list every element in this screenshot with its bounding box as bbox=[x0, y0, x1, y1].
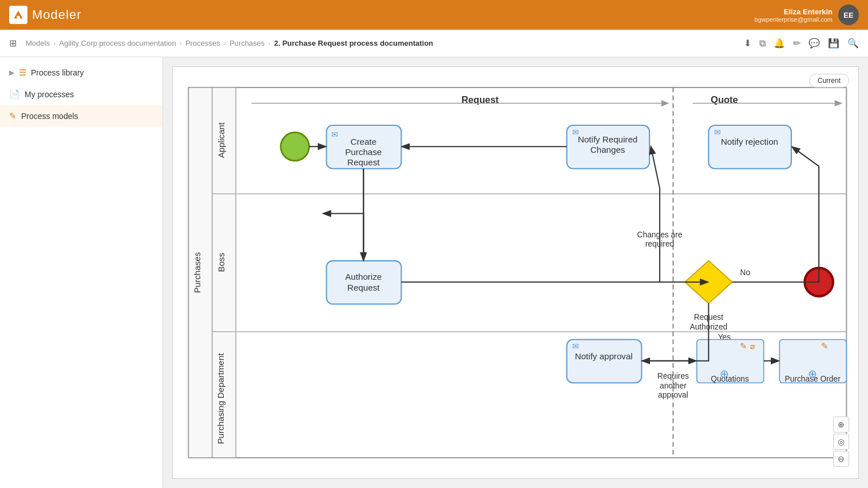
breadcrumb-sep-2: › bbox=[180, 39, 182, 47]
create-purchase-label: Create bbox=[351, 137, 376, 146]
process-models-label: Process models bbox=[21, 112, 78, 121]
svg-text:✉: ✉ bbox=[714, 128, 721, 137]
action-copy-icon[interactable]: ⧉ bbox=[759, 38, 766, 49]
canvas-area: Current Purchases bbox=[163, 57, 868, 488]
sidebar-item-process-models[interactable]: ✎ Process models bbox=[0, 105, 162, 127]
process-library-label: Process library bbox=[31, 68, 84, 77]
zoom-in-button[interactable]: ⊕ bbox=[833, 416, 849, 433]
process-models-icon: ✎ bbox=[9, 111, 17, 121]
action-edit-icon[interactable]: ✏ bbox=[793, 38, 800, 49]
logo-icon bbox=[9, 6, 27, 24]
gateway-no-label: No bbox=[740, 268, 750, 277]
svg-text:✉: ✉ bbox=[572, 128, 579, 137]
breadcrumb-models[interactable]: Models bbox=[26, 39, 50, 47]
breadcrumb: Models › Agility Corp process documentat… bbox=[26, 39, 744, 47]
breadcrumb-sep-4: › bbox=[268, 39, 271, 47]
breadcrumb-actions: ⬇ ⧉ 🔔 ✏ 💬 💾 🔍 bbox=[744, 38, 859, 49]
breadcrumb-sep-3: › bbox=[224, 39, 226, 47]
notify-approval-label1: Notify approval bbox=[575, 351, 633, 361]
top-header: Modeler Eliza Enterkin bgwpenterprise@gm… bbox=[0, 0, 868, 30]
requires-approval-label1: Requires bbox=[657, 372, 689, 380]
sidebar-item-process-library[interactable]: ▶ ☰ Process library bbox=[0, 62, 162, 84]
zoom-out-button[interactable]: ⊖ bbox=[833, 451, 849, 467]
lane-purchasing-label: Purchasing Department bbox=[216, 353, 226, 445]
start-event[interactable] bbox=[281, 132, 310, 161]
process-library-icon: ☰ bbox=[19, 68, 26, 78]
requires-approval-label2: another bbox=[660, 382, 687, 390]
action-download-icon[interactable]: ⬇ bbox=[744, 38, 751, 49]
create-purchase-label2: Purchase bbox=[345, 147, 382, 157]
expand-arrow-icon: ▶ bbox=[9, 69, 14, 77]
breadcrumb-sep-1: › bbox=[53, 39, 56, 47]
my-processes-icon: 📄 bbox=[9, 89, 20, 100]
breadcrumb-purchases[interactable]: Purchases bbox=[229, 39, 264, 47]
breadcrumb-processes[interactable]: Processes bbox=[185, 39, 220, 47]
authorize-label1: Authorize bbox=[345, 272, 382, 281]
svg-marker-10 bbox=[835, 100, 843, 106]
pool-label: Purchases bbox=[192, 252, 202, 293]
authorize-label2: Request bbox=[347, 283, 380, 292]
requires-approval-label3: approval bbox=[658, 391, 688, 399]
svg-marker-9 bbox=[661, 100, 669, 106]
user-email: bgwpenterprise@gmail.com bbox=[754, 16, 833, 23]
notify-rejection-task[interactable] bbox=[708, 125, 791, 169]
sidebar: ▶ ☰ Process library 📄 My processes ✎ Pro… bbox=[0, 57, 163, 488]
quotations-label: Quotations bbox=[711, 375, 749, 383]
notify-rejection-label1: Notify rejection bbox=[721, 137, 778, 146]
svg-text:✎: ✎ bbox=[740, 341, 747, 351]
svg-text:⊕: ⊕ bbox=[808, 368, 817, 380]
svg-text:⌀: ⌀ bbox=[750, 342, 755, 351]
action-comment-icon[interactable]: 💬 bbox=[808, 38, 820, 49]
svg-rect-1 bbox=[17, 16, 20, 19]
section-request-label: Request bbox=[461, 94, 499, 105]
section-quote-label: Quote bbox=[711, 94, 738, 105]
app-title: Modeler bbox=[32, 7, 81, 22]
user-avatar[interactable]: EE bbox=[838, 5, 859, 25]
create-purchase-label3: Request bbox=[347, 157, 380, 167]
lane-boss-label: Boss bbox=[216, 252, 226, 272]
breadcrumb-current: 2. Purchase Request process documentatio… bbox=[274, 39, 433, 47]
svg-text:✉: ✉ bbox=[572, 342, 579, 351]
main-layout: ▶ ☰ Process library 📄 My processes ✎ Pro… bbox=[0, 57, 868, 488]
svg-text:✎: ✎ bbox=[821, 341, 829, 351]
notify-required-label1: Notify Required bbox=[578, 134, 637, 144]
my-processes-label: My processes bbox=[25, 90, 74, 99]
canvas-container[interactable]: Current Purchases bbox=[172, 66, 859, 479]
action-save-icon[interactable]: 💾 bbox=[828, 38, 839, 49]
user-name: Eliza Enterkin bbox=[754, 7, 833, 16]
zoom-reset-button[interactable]: ◎ bbox=[833, 434, 849, 450]
breadcrumb-agility[interactable]: Agility Corp process documentation bbox=[59, 39, 176, 47]
svg-text:✉: ✉ bbox=[331, 130, 338, 139]
svg-text:⊕: ⊕ bbox=[720, 368, 729, 380]
sidebar-item-my-processes[interactable]: 📄 My processes bbox=[0, 84, 162, 105]
user-info: Eliza Enterkin bgwpenterprise@gmail.com bbox=[754, 7, 833, 23]
action-search-icon[interactable]: 🔍 bbox=[847, 38, 859, 49]
current-badge: Current bbox=[809, 74, 849, 88]
breadcrumb-bar: ⊞ Models › Agility Corp process document… bbox=[0, 30, 868, 57]
sidebar-toggle[interactable]: ⊞ bbox=[9, 38, 17, 49]
zoom-controls: ⊕ ◎ ⊖ bbox=[833, 416, 849, 467]
action-notify-icon[interactable]: 🔔 bbox=[774, 38, 785, 49]
lane-applicant-label: Applicant bbox=[216, 122, 226, 158]
bpmn-diagram: Purchases Applicant Boss Purchasing Depa… bbox=[173, 67, 858, 478]
notify-required-label2: Changes bbox=[590, 145, 625, 154]
